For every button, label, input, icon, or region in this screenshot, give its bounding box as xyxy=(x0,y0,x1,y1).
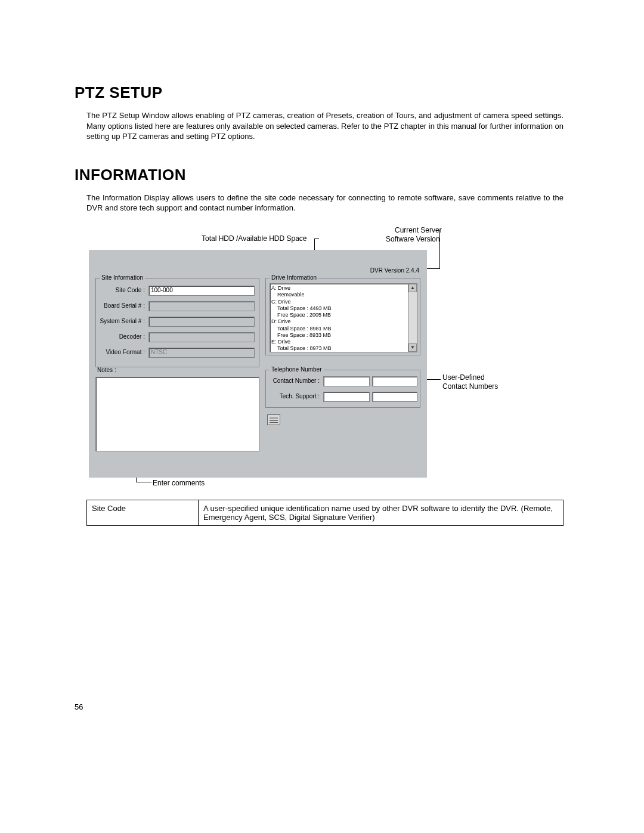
definition-table: Site Code A user-specified unique identi… xyxy=(86,500,564,526)
group-legend: Site Information xyxy=(100,274,145,281)
drive-list-item: Free Space : 7311 MB xyxy=(277,352,416,353)
input-board-serial xyxy=(148,301,255,311)
label-system-serial: System Serial # : xyxy=(96,318,145,324)
heading-information: INFORMATION xyxy=(75,166,564,184)
notes-textarea[interactable] xyxy=(95,377,259,451)
def-value: A user-specified unique identification n… xyxy=(199,500,564,526)
table-row: Site Code A user-specified unique identi… xyxy=(87,500,564,526)
drive-list-item: Free Space : 8933 MB xyxy=(277,332,416,339)
heading-ptz-setup: PTZ SETUP xyxy=(75,83,564,102)
callout-version-2: Software Version xyxy=(386,235,440,243)
callout-contacts-2: Contact Numbers xyxy=(442,382,498,391)
callout-version-1: Current Server xyxy=(395,226,442,234)
callout-enter-comments: Enter comments xyxy=(153,479,205,487)
drive-list-item: Removable xyxy=(277,292,416,298)
drive-list-item: E: Drive xyxy=(271,339,416,345)
scroll-down-icon[interactable]: ▼ xyxy=(408,343,417,352)
drive-list-item: D: Drive xyxy=(271,318,416,325)
input-tech-support-2[interactable] xyxy=(372,392,417,402)
group-notes: Notes : xyxy=(95,371,259,454)
callout-line xyxy=(136,482,151,482)
scroll-up-icon[interactable]: ▲ xyxy=(408,284,417,292)
input-contact-number-2[interactable] xyxy=(372,376,417,386)
paragraph-information: The Information Display allows users to … xyxy=(86,193,564,213)
input-contact-number-1[interactable] xyxy=(323,376,370,386)
scrollbar[interactable]: ▲ ▼ xyxy=(408,284,417,352)
input-system-serial xyxy=(148,317,255,327)
input-decoder xyxy=(148,332,255,342)
label-board-serial: Board Serial # : xyxy=(96,302,145,309)
label-tech-support: Tech. Support : xyxy=(266,393,320,400)
label-video-format: Video Format : xyxy=(96,349,145,355)
drive-list[interactable]: A: DriveRemovableC: DriveTotal Space : 4… xyxy=(270,283,417,352)
input-tech-support-1[interactable] xyxy=(323,392,370,402)
drive-list-item: Total Space : 4493 MB xyxy=(277,305,416,312)
notes-label: Notes : xyxy=(95,367,118,373)
group-site-information: Site Information Site Code : 100-000 Boa… xyxy=(95,278,259,367)
label-contact-number: Contact Number : xyxy=(266,377,320,384)
callout-line xyxy=(314,239,319,239)
drive-list-item: Total Space : 8973 MB xyxy=(277,345,416,352)
keyboard-button[interactable] xyxy=(267,414,280,425)
def-key: Site Code xyxy=(87,500,199,526)
callout-line xyxy=(439,230,440,268)
paragraph-ptz: The PTZ Setup Window allows enabling of … xyxy=(86,110,564,142)
group-drive-information: Drive Information A: DriveRemovableC: Dr… xyxy=(265,278,420,355)
group-legend: Telephone Number xyxy=(270,366,324,373)
dvr-version-label: DVR Version 2.4.4 xyxy=(370,267,419,274)
input-site-code[interactable]: 100-000 xyxy=(148,286,255,296)
drive-list-item: Free Space : 2005 MB xyxy=(277,312,416,318)
page-number: 56 xyxy=(75,702,83,711)
callout-hdd-space: Total HDD /Available HDD Space xyxy=(202,234,307,243)
drive-list-item: Total Space : 8981 MB xyxy=(277,326,416,332)
callout-contacts-1: User-Defined xyxy=(442,373,485,382)
group-telephone-number: Telephone Number Contact Number : Tech. … xyxy=(265,370,420,408)
drive-list-item: A: Drive xyxy=(271,285,416,292)
input-video-format: NTSC xyxy=(148,348,255,358)
callout-line xyxy=(425,268,440,269)
label-site-code: Site Code : xyxy=(96,287,145,293)
dvr-information-screenshot: DVR Version 2.4.4 Site Information Site … xyxy=(89,250,427,478)
label-decoder: Decoder : xyxy=(96,333,145,340)
group-legend: Drive Information xyxy=(270,274,318,281)
drive-list-item: C: Drive xyxy=(271,299,416,305)
